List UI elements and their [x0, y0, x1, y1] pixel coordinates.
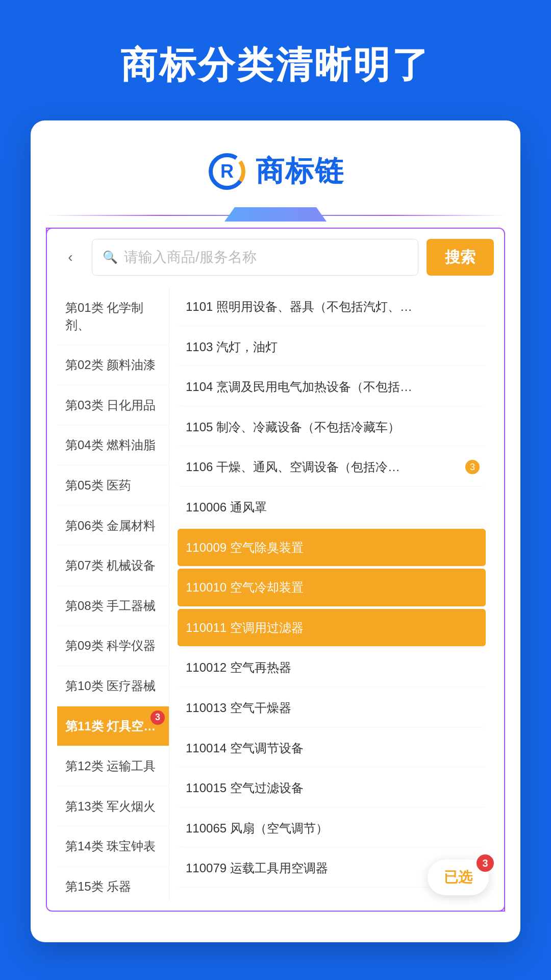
category-item-09[interactable]: 第09类 科学仪器 [57, 626, 169, 666]
category-item-02[interactable]: 第02类 颜料油漆 [57, 345, 169, 385]
category-item-03[interactable]: 第03类 日化用品 [57, 385, 169, 426]
content-frame: ‹ 🔍 请输入商品/服务名称 搜索 第01类 化学制剂、第02类 颜料油漆第03… [46, 228, 505, 912]
item-row-110011[interactable]: 110011 空调用过滤器 [178, 609, 486, 647]
category-item-04[interactable]: 第04类 燃料油脂 [57, 425, 169, 465]
category-item-10[interactable]: 第10类 医疗器械 [57, 666, 169, 706]
svg-text:R: R [220, 161, 234, 182]
item-row-110015[interactable]: 110015 空气过滤设备 [178, 769, 486, 807]
item-row-110014[interactable]: 110014 空气调节设备 [178, 729, 486, 768]
category-item-11[interactable]: 第11类 灯具空…3 [57, 706, 169, 747]
item-row-110013[interactable]: 110013 空气干燥器 [178, 689, 486, 727]
category-item-12[interactable]: 第12类 运输工具 [57, 746, 169, 787]
category-item-06[interactable]: 第06类 金属材料 [57, 506, 169, 546]
back-button[interactable]: ‹ [57, 244, 84, 271]
category-badge-11: 3 [151, 710, 165, 725]
category-item-15[interactable]: 第15类 乐器 [57, 867, 169, 900]
item-row-1101[interactable]: 1101 照明用设备、器具（不包括汽灯、… [178, 288, 486, 326]
item-row-1105[interactable]: 1105 制冷、冷藏设备（不包括冷藏车） [178, 408, 486, 447]
category-item-08[interactable]: 第08类 手工器械 [57, 586, 169, 626]
content-area: 第01类 化学制剂、第02类 颜料油漆第03类 日化用品第04类 燃料油脂第05… [57, 288, 494, 900]
item-row-1104[interactable]: 1104 烹调及民用电气加热设备（不包括… [178, 368, 486, 406]
fab-badge: 3 [477, 854, 494, 872]
page-title: 商标分类清晰明了 [0, 0, 551, 120]
category-item-05[interactable]: 第05类 医药 [57, 465, 169, 506]
main-card: R 商标链 ‹ 🔍 请输入商品/服务名称 搜索 第01类 化学制剂、第02类 颜… [31, 120, 520, 942]
search-placeholder-text: 请输入商品/服务名称 [124, 248, 408, 267]
category-item-13[interactable]: 第13类 军火烟火 [57, 787, 169, 827]
search-input-wrapper[interactable]: 🔍 请输入商品/服务名称 [92, 239, 418, 276]
item-row-1103[interactable]: 1103 汽灯，油灯 [178, 328, 486, 366]
item-row-110012[interactable]: 110012 空气再热器 [178, 649, 486, 687]
item-row-110006[interactable]: 110006 通风罩 [178, 488, 486, 527]
category-item-14[interactable]: 第14类 珠宝钟表 [57, 826, 169, 867]
search-button[interactable]: 搜索 [427, 239, 494, 276]
items-panel: 1101 照明用设备、器具（不包括汽灯、…1103 汽灯，油灯1104 烹调及民… [169, 288, 494, 900]
fab-label: 已选 [444, 868, 472, 887]
category-item-07[interactable]: 第07类 机械设备 [57, 546, 169, 586]
tech-decoration-top [46, 207, 505, 223]
item-row-110065[interactable]: 110065 风扇（空气调节） [178, 810, 486, 848]
item-row-110009[interactable]: 110009 空气除臭装置 [178, 529, 486, 567]
category-panel: 第01类 化学制剂、第02类 颜料油漆第03类 日化用品第04类 燃料油脂第05… [57, 288, 169, 900]
logo-text: 商标链 [256, 152, 344, 191]
item-badge-1106: 3 [465, 460, 480, 474]
selected-fab[interactable]: 已选 3 [428, 860, 489, 895]
logo-area: R 商标链 [31, 141, 520, 207]
search-icon: 🔍 [103, 250, 118, 264]
category-item-01[interactable]: 第01类 化学制剂、 [57, 288, 169, 345]
item-row-1106[interactable]: 1106 干燥、通风、空调设备（包括冷…3 [178, 448, 486, 486]
logo-icon: R [207, 151, 247, 192]
search-row: ‹ 🔍 请输入商品/服务名称 搜索 [57, 239, 494, 276]
item-row-110010[interactable]: 110010 空气冷却装置 [178, 569, 486, 607]
